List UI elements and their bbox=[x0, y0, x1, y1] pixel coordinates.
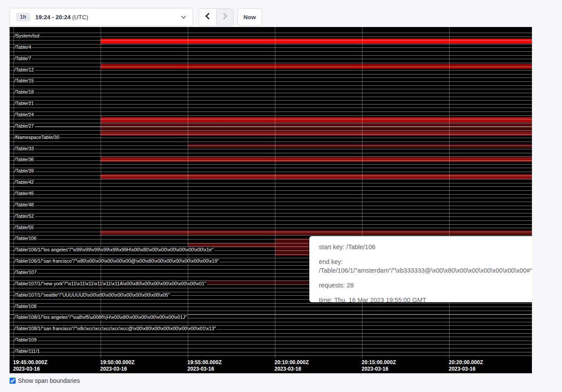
keyvisualizer-canvas[interactable]: /System/tsd/Table/4/Table/7/Table/12/Tab… bbox=[10, 27, 532, 373]
x-axis-tick: 20:20:00.000Z2023-03-16 bbox=[449, 359, 483, 372]
row-label: /Table/42 bbox=[14, 179, 35, 185]
tick-date: 2023-03-16 bbox=[13, 366, 47, 372]
show-span-boundaries-checkbox[interactable] bbox=[10, 378, 16, 384]
row-label: /Table/45 bbox=[14, 191, 35, 196]
row-label: /Table/24 bbox=[14, 112, 35, 118]
tick-time: 19:55:00.000Z bbox=[187, 359, 222, 366]
row-label: /Table/108/1/"san francisco"/"\x8c\xcc\x… bbox=[14, 326, 217, 331]
tick-time: 20:20:00.000Z bbox=[449, 359, 483, 366]
tick-date: 2023-03-16 bbox=[449, 366, 483, 372]
next-range-button-disabled[interactable] bbox=[216, 9, 233, 25]
row-label: /Table/39 bbox=[14, 168, 35, 174]
range-timezone: (UTC) bbox=[71, 14, 88, 20]
row-label: /Table/106/1/"los angeles"/"\x99\x99\x99… bbox=[14, 247, 214, 253]
span-boundaries-layer bbox=[10, 33, 532, 358]
row-label: /System/tsd bbox=[14, 33, 40, 39]
row-label: /Table/36 bbox=[14, 157, 35, 162]
range-label: 19:24 - 20:24 (UTC) bbox=[35, 14, 88, 20]
row-label: /Table/7 bbox=[14, 56, 32, 61]
row-label: /Table/109 bbox=[14, 337, 37, 343]
row-label: /Table/107/1/"seattle"/"UUUUUUD\x00\x80\… bbox=[14, 292, 171, 298]
row-label: /Table/4 bbox=[14, 44, 32, 50]
tick-date: 2023-03-16 bbox=[362, 366, 396, 372]
row-label: /NamespaceTable/30 bbox=[14, 135, 60, 140]
tick-date: 2023-03-16 bbox=[187, 366, 222, 372]
now-button[interactable]: Now bbox=[237, 8, 262, 26]
row-label: /Table/55 bbox=[14, 225, 35, 230]
tick-time: 20:15:00.000Z bbox=[362, 359, 396, 366]
row-label: /Table/106/1/"san francisco"/"\x80\x00\x… bbox=[14, 258, 220, 264]
tooltip-start-key: start key: /Table/106 bbox=[319, 243, 532, 251]
x-axis-tick: 20:15:00.000Z2023-03-16 bbox=[362, 359, 396, 372]
tick-time: 20:10:00.000Z bbox=[274, 359, 309, 366]
time-range-selector[interactable]: 1h 19:24 - 20:24 (UTC) bbox=[10, 8, 193, 26]
x-axis-tick: 20:10:00.000Z2023-03-16 bbox=[274, 359, 309, 372]
row-label: /Table/33 bbox=[14, 146, 35, 152]
x-axis-tick: 19:50:00.000Z2023-03-16 bbox=[100, 359, 135, 372]
x-axis-tick: 19:55:00.000Z2023-03-16 bbox=[187, 359, 222, 372]
row-label: /Table/12 bbox=[14, 67, 35, 73]
row-label: /Table/108/1/"los angeles"/"\xa8\xf5\u00… bbox=[14, 314, 188, 320]
chevron-right-icon bbox=[223, 13, 227, 21]
row-label: /Table/27 bbox=[14, 123, 35, 129]
tick-date: 2023-03-16 bbox=[274, 366, 309, 372]
prev-range-button[interactable] bbox=[199, 9, 216, 25]
row-label: /Table/106 bbox=[14, 236, 37, 241]
tick-date: 2023-03-16 bbox=[100, 366, 135, 372]
row-label: /Table/21 bbox=[14, 101, 35, 106]
chevron-down-icon bbox=[181, 15, 186, 19]
row-label: /Table/15 bbox=[14, 78, 35, 84]
show-span-boundaries-control: Show span boundaries bbox=[10, 377, 80, 384]
range-duration-badge: 1h bbox=[16, 13, 30, 21]
row-label: /Table/107 bbox=[14, 270, 37, 275]
tooltip-time: time: Thu, 16 Mar 2023 19:55:00 GMT bbox=[319, 296, 532, 304]
row-label: /Table/111/1 bbox=[14, 348, 41, 354]
row-label: /Table/52 bbox=[14, 213, 35, 219]
show-span-boundaries-label: Show span boundaries bbox=[18, 377, 80, 384]
tooltip-requests: requests: 28 bbox=[319, 281, 532, 290]
time-nav-group bbox=[199, 8, 234, 26]
bucket-tooltip: start key: /Table/106 end key: /Table/10… bbox=[309, 236, 532, 302]
row-label: /Table/108 bbox=[14, 304, 37, 309]
x-axis-tick: 19:45:00.000Z2023-03-16 bbox=[13, 359, 47, 372]
row-label: /Table/48 bbox=[14, 202, 35, 208]
tooltip-end-key: end key: /Table/106/1/"amsterdam"/"\xb33… bbox=[319, 257, 532, 275]
tick-time: 19:45:00.000Z bbox=[13, 359, 47, 366]
range-times: 19:24 - 20:24 bbox=[35, 14, 71, 20]
row-label: /Table/107/1/"new york"/"\x11\x11\x11\x1… bbox=[14, 281, 207, 287]
chevron-left-icon bbox=[205, 13, 210, 21]
tick-time: 19:50:00.000Z bbox=[100, 359, 135, 366]
row-label: /Table/18 bbox=[14, 89, 35, 95]
